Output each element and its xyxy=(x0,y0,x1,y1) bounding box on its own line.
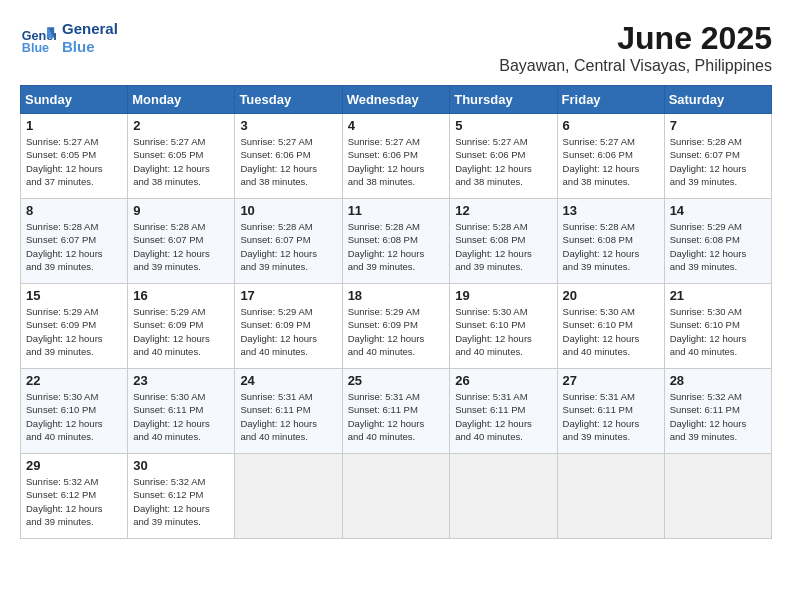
calendar-cell: 4Sunrise: 5:27 AMSunset: 6:06 PMDaylight… xyxy=(342,114,450,199)
day-info: Sunrise: 5:31 AMSunset: 6:11 PMDaylight:… xyxy=(563,390,659,443)
calendar-cell xyxy=(342,454,450,539)
week-row-4: 22Sunrise: 5:30 AMSunset: 6:10 PMDayligh… xyxy=(21,369,772,454)
calendar-cell xyxy=(664,454,771,539)
day-number: 9 xyxy=(133,203,229,218)
week-row-5: 29Sunrise: 5:32 AMSunset: 6:12 PMDayligh… xyxy=(21,454,772,539)
day-number: 21 xyxy=(670,288,766,303)
day-info: Sunrise: 5:29 AMSunset: 6:09 PMDaylight:… xyxy=(240,305,336,358)
week-row-3: 15Sunrise: 5:29 AMSunset: 6:09 PMDayligh… xyxy=(21,284,772,369)
day-info: Sunrise: 5:31 AMSunset: 6:11 PMDaylight:… xyxy=(348,390,445,443)
day-number: 29 xyxy=(26,458,122,473)
day-number: 11 xyxy=(348,203,445,218)
calendar-cell: 20Sunrise: 5:30 AMSunset: 6:10 PMDayligh… xyxy=(557,284,664,369)
calendar-cell: 29Sunrise: 5:32 AMSunset: 6:12 PMDayligh… xyxy=(21,454,128,539)
calendar-cell: 5Sunrise: 5:27 AMSunset: 6:06 PMDaylight… xyxy=(450,114,557,199)
calendar-cell: 23Sunrise: 5:30 AMSunset: 6:11 PMDayligh… xyxy=(128,369,235,454)
day-number: 12 xyxy=(455,203,551,218)
calendar-cell: 2Sunrise: 5:27 AMSunset: 6:05 PMDaylight… xyxy=(128,114,235,199)
calendar-cell: 10Sunrise: 5:28 AMSunset: 6:07 PMDayligh… xyxy=(235,199,342,284)
day-info: Sunrise: 5:28 AMSunset: 6:07 PMDaylight:… xyxy=(133,220,229,273)
day-info: Sunrise: 5:28 AMSunset: 6:08 PMDaylight:… xyxy=(348,220,445,273)
day-info: Sunrise: 5:30 AMSunset: 6:10 PMDaylight:… xyxy=(563,305,659,358)
day-info: Sunrise: 5:28 AMSunset: 6:07 PMDaylight:… xyxy=(240,220,336,273)
day-number: 17 xyxy=(240,288,336,303)
day-number: 4 xyxy=(348,118,445,133)
day-info: Sunrise: 5:30 AMSunset: 6:11 PMDaylight:… xyxy=(133,390,229,443)
day-number: 23 xyxy=(133,373,229,388)
calendar-cell: 12Sunrise: 5:28 AMSunset: 6:08 PMDayligh… xyxy=(450,199,557,284)
day-info: Sunrise: 5:27 AMSunset: 6:06 PMDaylight:… xyxy=(563,135,659,188)
day-info: Sunrise: 5:32 AMSunset: 6:12 PMDaylight:… xyxy=(26,475,122,528)
calendar-cell: 7Sunrise: 5:28 AMSunset: 6:07 PMDaylight… xyxy=(664,114,771,199)
calendar-cell: 21Sunrise: 5:30 AMSunset: 6:10 PMDayligh… xyxy=(664,284,771,369)
day-number: 5 xyxy=(455,118,551,133)
calendar-cell: 14Sunrise: 5:29 AMSunset: 6:08 PMDayligh… xyxy=(664,199,771,284)
calendar-cell: 15Sunrise: 5:29 AMSunset: 6:09 PMDayligh… xyxy=(21,284,128,369)
day-info: Sunrise: 5:28 AMSunset: 6:08 PMDaylight:… xyxy=(455,220,551,273)
calendar-cell: 16Sunrise: 5:29 AMSunset: 6:09 PMDayligh… xyxy=(128,284,235,369)
calendar-cell: 30Sunrise: 5:32 AMSunset: 6:12 PMDayligh… xyxy=(128,454,235,539)
day-info: Sunrise: 5:31 AMSunset: 6:11 PMDaylight:… xyxy=(455,390,551,443)
page-header: General Blue General Blue June 2025 Baya… xyxy=(20,20,772,75)
calendar-cell: 28Sunrise: 5:32 AMSunset: 6:11 PMDayligh… xyxy=(664,369,771,454)
day-number: 2 xyxy=(133,118,229,133)
day-info: Sunrise: 5:28 AMSunset: 6:07 PMDaylight:… xyxy=(670,135,766,188)
day-info: Sunrise: 5:27 AMSunset: 6:06 PMDaylight:… xyxy=(455,135,551,188)
calendar-cell: 6Sunrise: 5:27 AMSunset: 6:06 PMDaylight… xyxy=(557,114,664,199)
calendar-cell: 19Sunrise: 5:30 AMSunset: 6:10 PMDayligh… xyxy=(450,284,557,369)
day-number: 28 xyxy=(670,373,766,388)
logo-line2: Blue xyxy=(62,38,118,56)
header-sunday: Sunday xyxy=(21,86,128,114)
day-number: 19 xyxy=(455,288,551,303)
logo: General Blue General Blue xyxy=(20,20,118,56)
calendar-table: Sunday Monday Tuesday Wednesday Thursday… xyxy=(20,85,772,539)
day-number: 16 xyxy=(133,288,229,303)
week-row-2: 8Sunrise: 5:28 AMSunset: 6:07 PMDaylight… xyxy=(21,199,772,284)
calendar-cell: 1Sunrise: 5:27 AMSunset: 6:05 PMDaylight… xyxy=(21,114,128,199)
title-section: June 2025 Bayawan, Central Visayas, Phil… xyxy=(499,20,772,75)
day-number: 22 xyxy=(26,373,122,388)
day-number: 13 xyxy=(563,203,659,218)
day-info: Sunrise: 5:30 AMSunset: 6:10 PMDaylight:… xyxy=(26,390,122,443)
header-thursday: Thursday xyxy=(450,86,557,114)
day-info: Sunrise: 5:29 AMSunset: 6:09 PMDaylight:… xyxy=(26,305,122,358)
day-info: Sunrise: 5:31 AMSunset: 6:11 PMDaylight:… xyxy=(240,390,336,443)
day-info: Sunrise: 5:32 AMSunset: 6:12 PMDaylight:… xyxy=(133,475,229,528)
header-monday: Monday xyxy=(128,86,235,114)
day-info: Sunrise: 5:29 AMSunset: 6:08 PMDaylight:… xyxy=(670,220,766,273)
day-number: 8 xyxy=(26,203,122,218)
logo-line1: General xyxy=(62,20,118,38)
day-info: Sunrise: 5:30 AMSunset: 6:10 PMDaylight:… xyxy=(455,305,551,358)
calendar-cell xyxy=(557,454,664,539)
day-info: Sunrise: 5:29 AMSunset: 6:09 PMDaylight:… xyxy=(348,305,445,358)
day-number: 18 xyxy=(348,288,445,303)
day-info: Sunrise: 5:32 AMSunset: 6:11 PMDaylight:… xyxy=(670,390,766,443)
subtitle: Bayawan, Central Visayas, Philippines xyxy=(499,57,772,75)
calendar-cell: 3Sunrise: 5:27 AMSunset: 6:06 PMDaylight… xyxy=(235,114,342,199)
calendar-cell xyxy=(450,454,557,539)
day-number: 15 xyxy=(26,288,122,303)
calendar-cell: 11Sunrise: 5:28 AMSunset: 6:08 PMDayligh… xyxy=(342,199,450,284)
calendar-cell: 25Sunrise: 5:31 AMSunset: 6:11 PMDayligh… xyxy=(342,369,450,454)
calendar-cell: 26Sunrise: 5:31 AMSunset: 6:11 PMDayligh… xyxy=(450,369,557,454)
calendar-cell: 13Sunrise: 5:28 AMSunset: 6:08 PMDayligh… xyxy=(557,199,664,284)
day-number: 7 xyxy=(670,118,766,133)
day-number: 6 xyxy=(563,118,659,133)
day-number: 25 xyxy=(348,373,445,388)
calendar-cell: 8Sunrise: 5:28 AMSunset: 6:07 PMDaylight… xyxy=(21,199,128,284)
header-friday: Friday xyxy=(557,86,664,114)
day-number: 24 xyxy=(240,373,336,388)
day-number: 3 xyxy=(240,118,336,133)
calendar-cell: 24Sunrise: 5:31 AMSunset: 6:11 PMDayligh… xyxy=(235,369,342,454)
day-number: 14 xyxy=(670,203,766,218)
day-number: 10 xyxy=(240,203,336,218)
day-number: 27 xyxy=(563,373,659,388)
main-title: June 2025 xyxy=(499,20,772,57)
day-info: Sunrise: 5:27 AMSunset: 6:05 PMDaylight:… xyxy=(133,135,229,188)
calendar-cell: 9Sunrise: 5:28 AMSunset: 6:07 PMDaylight… xyxy=(128,199,235,284)
logo-icon: General Blue xyxy=(20,20,56,56)
day-info: Sunrise: 5:29 AMSunset: 6:09 PMDaylight:… xyxy=(133,305,229,358)
calendar-header-row: Sunday Monday Tuesday Wednesday Thursday… xyxy=(21,86,772,114)
day-number: 30 xyxy=(133,458,229,473)
day-number: 26 xyxy=(455,373,551,388)
